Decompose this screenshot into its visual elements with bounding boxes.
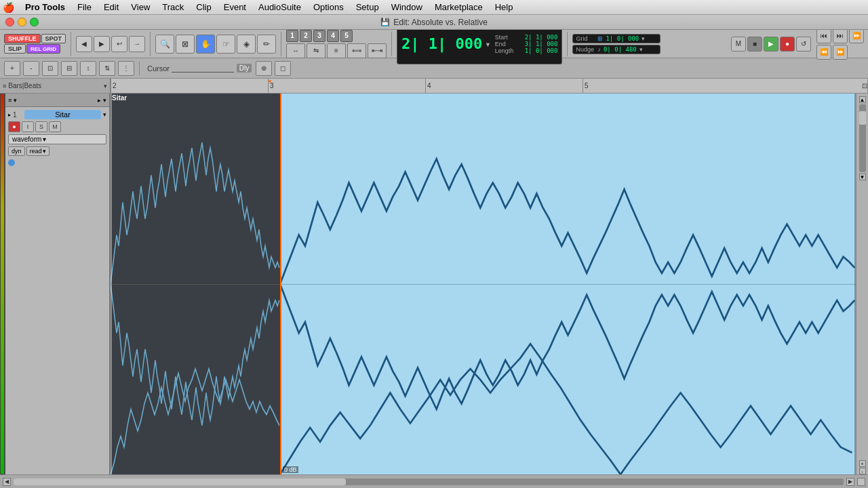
nav-arrow-right[interactable]: →: [129, 36, 145, 52]
main-counter: 2| 1| 000 ▾: [401, 35, 491, 52]
num-btn-2[interactable]: 2: [300, 30, 312, 42]
ruler-marks-area[interactable]: ▼ 2 3 4 5 ⊡: [111, 79, 868, 93]
back-button[interactable]: ◀: [76, 36, 92, 52]
track-name-dropdown[interactable]: ▾: [103, 111, 106, 118]
dly-button[interactable]: Dly: [237, 64, 252, 73]
dyn-button[interactable]: dyn: [8, 146, 25, 156]
num-btn-5[interactable]: 5: [340, 30, 353, 42]
waveform-selector[interactable]: waveform ▾: [8, 134, 106, 144]
track-expand-icon[interactable]: ▸: [8, 112, 11, 118]
vertical-scroll-thumb[interactable]: [859, 111, 866, 125]
menu-event[interactable]: Event: [218, 1, 252, 13]
zoom-in-h[interactable]: +: [4, 61, 20, 76]
ruler-zoom-icon[interactable]: ⊡: [861, 79, 868, 93]
edit-sel-btn[interactable]: ↔: [286, 43, 305, 58]
sel-none-btn[interactable]: ⊟: [61, 61, 77, 76]
num-btn-4[interactable]: 4: [327, 30, 339, 42]
solo-button[interactable]: S: [35, 121, 47, 132]
expand-tracks-icon[interactable]: ≡: [8, 97, 12, 104]
menu-track[interactable]: Track: [157, 1, 189, 13]
track-scroll-up[interactable]: ▾: [103, 97, 106, 104]
mute-button[interactable]: M: [49, 121, 61, 132]
close-button[interactable]: [5, 18, 14, 26]
shuffle-mode-button[interactable]: SHUFFLE: [4, 34, 41, 43]
menu-file[interactable]: File: [72, 1, 97, 13]
num-btn-1[interactable]: 1: [286, 30, 298, 42]
zoom-out-h[interactable]: -: [23, 61, 39, 76]
multi-tool-btn[interactable]: ⋮: [118, 61, 134, 76]
horizontal-scrollbar[interactable]: [14, 479, 844, 485]
selector-tool-button[interactable]: ✋: [196, 35, 215, 54]
horizontal-scroll-thumb[interactable]: [14, 479, 346, 485]
stop-btn[interactable]: ■: [747, 37, 762, 52]
menu-options[interactable]: Options: [308, 1, 349, 13]
sync-btn[interactable]: ⊕: [256, 61, 272, 76]
apple-menu-icon[interactable]: 🍎: [3, 2, 14, 13]
menu-clip[interactable]: Clip: [191, 1, 216, 13]
menu-audiosuite[interactable]: AudioSuite: [253, 1, 307, 13]
menu-edit[interactable]: Edit: [98, 1, 124, 13]
menu-setup[interactable]: Setup: [351, 1, 384, 13]
spot-mode-button[interactable]: SPOT: [41, 34, 66, 43]
loop-record-btn[interactable]: ↺: [796, 37, 811, 52]
track-name-button[interactable]: Sitar: [24, 110, 101, 119]
menu-view[interactable]: View: [125, 1, 155, 13]
record-btn[interactable]: ●: [780, 37, 795, 52]
track-sort-dropdown[interactable]: ▾: [14, 97, 17, 104]
zoom-in-v[interactable]: ↕: [80, 61, 96, 76]
relgrid-mode-button[interactable]: REL GRID: [26, 44, 60, 54]
clip-gain-btn[interactable]: ≡: [327, 43, 346, 58]
clip-light-region: 0 dB: [280, 94, 856, 474]
scrub-tool-button[interactable]: ◈: [237, 35, 256, 54]
menu-pro-tools[interactable]: Pro Tools: [20, 1, 71, 13]
nudge-dropdown[interactable]: ▾: [639, 46, 643, 53]
scroll-left-btn[interactable]: ◀: [3, 478, 11, 486]
start-value: 2| 1| 000: [525, 34, 558, 41]
zoom-tool-button[interactable]: 🔍: [155, 35, 174, 54]
read-button[interactable]: read ▾: [26, 146, 50, 156]
play-btn[interactable]: ▶: [764, 37, 778, 52]
record-arm-button[interactable]: ●: [8, 121, 20, 132]
maximize-button[interactable]: [30, 18, 39, 26]
return-start-button[interactable]: ↩: [111, 36, 127, 52]
pencil-tool-button[interactable]: ✏: [257, 35, 276, 54]
trim-tool-button[interactable]: ⊠: [176, 35, 195, 54]
scroll-right-btn[interactable]: ▶: [846, 478, 854, 486]
minimize-button[interactable]: [18, 18, 26, 26]
sel-all-btn[interactable]: ⊡: [42, 61, 58, 76]
grid-icon: ⊞: [597, 35, 603, 42]
track-number: 1: [13, 111, 22, 119]
zoom-out-v[interactable]: ⇅: [99, 61, 115, 76]
separator-4: [391, 32, 392, 56]
click-btn[interactable]: ◻: [275, 61, 291, 76]
rewind-btn[interactable]: ⏮: [816, 28, 831, 43]
zoom-down-btn[interactable]: ▼: [859, 174, 866, 180]
ruler-dropdown[interactable]: ▾: [104, 83, 107, 89]
h-zoom-out-btn[interactable]: -: [859, 468, 866, 474]
prev-btn[interactable]: ⏪: [816, 45, 831, 60]
midi-btn[interactable]: M: [731, 37, 746, 52]
num-btn-3[interactable]: 3: [313, 30, 326, 42]
step-fwd-btn[interactable]: ⏩: [849, 28, 864, 43]
menu-marketplace[interactable]: Marketplace: [429, 1, 488, 13]
vertical-scroll-track[interactable]: [859, 104, 866, 172]
slip-mode-button[interactable]: SLIP: [4, 44, 26, 54]
menu-window[interactable]: Window: [386, 1, 428, 13]
loop-sel-btn[interactable]: ⇋: [307, 43, 326, 58]
forward-button[interactable]: ▶: [94, 36, 110, 52]
zoom-up-btn[interactable]: ▲: [859, 96, 866, 103]
h-zoom-in-btn[interactable]: +: [859, 460, 866, 467]
counter-dropdown-icon[interactable]: ▾: [485, 39, 490, 49]
grabber-tool-button[interactable]: ☞: [216, 35, 235, 54]
expand-icon[interactable]: ≡: [3, 83, 6, 89]
clip-area[interactable]: Sitar: [111, 94, 856, 474]
nudge-btn[interactable]: ⟺: [347, 43, 366, 58]
ffwd-btn[interactable]: ⏭: [833, 28, 848, 43]
grid-dropdown[interactable]: ▾: [642, 35, 645, 42]
track-menu-icon[interactable]: ▸: [98, 97, 101, 104]
menu-help[interactable]: Help: [490, 1, 519, 13]
next-btn[interactable]: ⏩: [833, 45, 848, 60]
input-monitor-button[interactable]: I: [22, 121, 34, 132]
scroll-corner[interactable]: [857, 478, 865, 486]
zoom-btn[interactable]: ⇤⇥: [368, 43, 387, 58]
